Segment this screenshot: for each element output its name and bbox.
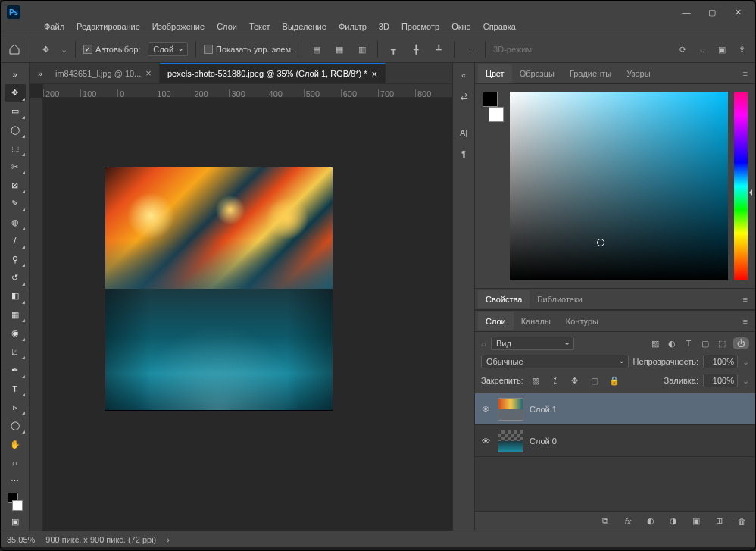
tab-color[interactable]: Цвет <box>478 64 512 83</box>
move-tool[interactable]: ✥ <box>5 84 26 101</box>
panel-menu-icon[interactable]: ≡ <box>739 295 752 304</box>
link-layers-icon[interactable]: ⧉ <box>598 514 613 529</box>
layer-row[interactable]: 👁 Слой 0 <box>475 425 755 457</box>
toolbar-expand-icon[interactable]: » <box>5 66 26 83</box>
canvas-viewport[interactable]: 2001000100200300400500600700800 <box>30 84 452 531</box>
align-right-icon[interactable]: ▥ <box>355 42 370 57</box>
marquee-tool[interactable]: ▭ <box>5 103 26 120</box>
filter-smart-icon[interactable]: ⬚ <box>716 337 728 349</box>
gradient-tool[interactable]: ▦ <box>5 306 26 323</box>
zoom-tool[interactable]: ⌕ <box>5 454 26 471</box>
tab-channels[interactable]: Каналы <box>514 312 558 330</box>
menu-layer[interactable]: Слои <box>211 20 242 33</box>
delete-layer-icon[interactable]: 🗑 <box>734 514 749 529</box>
tab-patterns[interactable]: Узоры <box>619 64 658 83</box>
tab-libraries[interactable]: Библиотеки <box>530 290 590 308</box>
menu-edit[interactable]: Редактирование <box>71 20 145 33</box>
filter-shape-icon[interactable]: ▢ <box>699 337 711 349</box>
character-icon[interactable]: A| <box>456 125 471 140</box>
pen-tool[interactable]: ✒ <box>5 362 26 378</box>
layer-filter-select[interactable]: Вид <box>491 337 574 350</box>
filter-type-icon[interactable]: T <box>683 337 695 349</box>
menu-filter[interactable]: Фильтр <box>333 20 372 33</box>
type-tool[interactable]: T <box>5 380 26 397</box>
ruler-horizontal[interactable]: 2001000100200300400500600700800 <box>43 84 452 98</box>
canvas[interactable] <box>105 167 333 410</box>
minimize-button[interactable]: — <box>681 7 692 17</box>
share-icon[interactable]: ⇪ <box>734 42 749 57</box>
layer-thumbnail[interactable] <box>498 430 523 452</box>
fg-bg-swatch[interactable] <box>5 491 26 512</box>
align-top-icon[interactable]: ┳ <box>386 42 401 57</box>
menu-3d[interactable]: 3D <box>373 20 395 33</box>
lasso-tool[interactable]: ◯ <box>5 121 26 138</box>
panel-menu-icon[interactable]: ≡ <box>739 317 752 326</box>
show-controls-checkbox[interactable]: Показать упр. элем. <box>204 45 293 54</box>
filter-pixel-icon[interactable]: ▨ <box>649 337 661 349</box>
menu-view[interactable]: Просмотр <box>396 20 445 33</box>
align-bottom-icon[interactable]: ┻ <box>431 42 446 57</box>
lock-paint-icon[interactable]: ⁒ <box>548 373 563 388</box>
tabs-chevron-icon[interactable]: » <box>33 63 48 83</box>
edit-toolbar[interactable]: ⋯ <box>5 473 26 490</box>
close-tab-icon[interactable]: × <box>145 67 152 79</box>
crop-tool[interactable]: ✂ <box>5 158 26 175</box>
document-tab-2[interactable]: pexels-photo-531880.jpeg @ 35% (Слой 1, … <box>160 63 386 83</box>
visibility-icon[interactable]: 👁 <box>480 437 492 446</box>
lock-artboard-icon[interactable]: ▢ <box>587 373 602 388</box>
healing-tool[interactable]: ◍ <box>5 214 26 230</box>
opacity-field[interactable]: 100% <box>703 355 738 368</box>
tab-gradients[interactable]: Градиенты <box>562 64 619 83</box>
color-field[interactable] <box>510 92 728 280</box>
eyedropper-tool[interactable]: ✎ <box>5 196 26 212</box>
layer-mask-icon[interactable]: ◐ <box>643 514 658 529</box>
paragraph-icon[interactable]: ¶ <box>456 146 471 161</box>
blur-tool[interactable]: ◉ <box>5 324 26 341</box>
clone-tool[interactable]: ⚲ <box>5 251 26 268</box>
zoom-level[interactable]: 35,05% <box>7 535 35 544</box>
tab-paths[interactable]: Контуры <box>558 312 606 330</box>
layer-name[interactable]: Слой 1 <box>530 405 557 414</box>
adjustments-icon[interactable]: ⇄ <box>456 89 471 104</box>
fg-swatch[interactable] <box>483 92 498 107</box>
status-chevron-icon[interactable]: › <box>167 535 170 544</box>
filter-adjust-icon[interactable]: ◐ <box>666 337 678 349</box>
panel-menu-icon[interactable]: ≡ <box>739 69 752 78</box>
color-swatch-pair[interactable] <box>483 92 504 122</box>
align-center-h-icon[interactable]: ▦ <box>332 42 347 57</box>
brush-tool[interactable]: ⁒ <box>5 233 26 249</box>
strip-expand-icon[interactable]: « <box>456 67 471 83</box>
document-tab-1[interactable]: im843651_l.jpg @ 10...× <box>48 63 160 83</box>
screen-mode-tool[interactable]: ▣ <box>5 514 26 531</box>
doc-dimensions[interactable]: 900 пикс. x 900 пикс. (72 ppi) <box>45 535 156 544</box>
hand-tool[interactable]: ✋ <box>5 436 26 452</box>
workspace-icon[interactable]: ▣ <box>714 42 729 57</box>
maximize-button[interactable]: ▢ <box>707 7 717 17</box>
bg-swatch[interactable] <box>489 107 504 122</box>
close-button[interactable]: ✕ <box>733 7 743 17</box>
align-middle-icon[interactable]: ╋ <box>408 42 423 57</box>
ruler-vertical[interactable] <box>30 98 43 531</box>
lock-position-icon[interactable]: ✥ <box>567 373 583 388</box>
blend-mode-select[interactable]: Обычные <box>481 355 629 368</box>
hue-slider[interactable] <box>734 92 748 280</box>
layer-name[interactable]: Слой 0 <box>530 437 557 446</box>
lock-pixels-icon[interactable]: ▨ <box>528 373 543 388</box>
new-adjustment-icon[interactable]: ◑ <box>666 514 681 529</box>
autoselect-checkbox[interactable]: Автовыбор: <box>83 45 140 54</box>
quick-select-tool[interactable]: ⬚ <box>5 140 26 157</box>
search-icon[interactable]: ⌕ <box>695 42 710 57</box>
visibility-icon[interactable]: 👁 <box>480 405 492 414</box>
orbit-icon[interactable]: ⟳ <box>675 42 690 57</box>
tab-layers[interactable]: Слои <box>478 312 514 330</box>
home-icon[interactable] <box>7 42 22 57</box>
layer-fx-icon[interactable]: fx <box>620 514 636 529</box>
tab-swatches[interactable]: Образцы <box>512 64 562 83</box>
menu-image[interactable]: Изображение <box>147 20 210 33</box>
shape-tool[interactable]: ◯ <box>5 417 26 434</box>
new-layer-icon[interactable]: ⊞ <box>711 514 726 529</box>
menu-file[interactable]: Файл <box>39 20 70 33</box>
frame-tool[interactable]: ⊠ <box>5 177 26 193</box>
fill-field[interactable]: 100% <box>703 374 738 387</box>
autoselect-target-select[interactable]: Слой <box>148 42 188 56</box>
